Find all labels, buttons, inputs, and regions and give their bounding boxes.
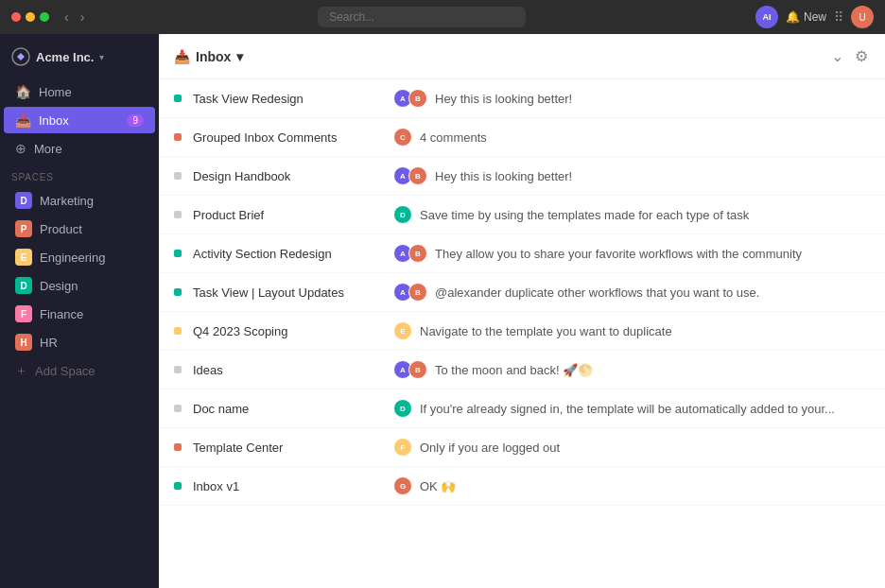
item-indicator	[174, 327, 182, 335]
avatars: E	[393, 321, 412, 340]
space-label: HR	[40, 336, 58, 350]
item-content: G OK 🙌	[393, 476, 870, 495]
filter-button[interactable]: ⌄	[829, 45, 845, 67]
main-header: 📥 Inbox ▾ ⌄ ⚙	[159, 34, 885, 79]
item-title: Ideas	[193, 363, 382, 377]
main-content: 📥 Inbox ▾ ⌄ ⚙ Task View Redesign A B H	[159, 34, 885, 588]
grid-icon[interactable]: ⠿	[834, 9, 843, 25]
item-content: D Save time by using the templates made …	[393, 205, 870, 224]
table-row[interactable]: Product Brief D Save time by using the t…	[159, 196, 885, 234]
back-button[interactable]: ‹	[61, 8, 73, 26]
space-hr[interactable]: H HR	[4, 329, 155, 355]
space-badge-hr: H	[15, 334, 32, 351]
minimize-dot[interactable]	[26, 12, 35, 22]
item-text: Only if you are logged out	[420, 441, 560, 455]
item-text: Hey this is looking better!	[435, 92, 572, 106]
titlebar-right: AI 🔔 New ⠿ U	[755, 6, 874, 28]
inbox-header-label: Inbox	[196, 49, 231, 64]
avatar: B	[408, 360, 427, 379]
space-badge-marketing: D	[15, 192, 32, 209]
forward-button[interactable]: ›	[77, 8, 89, 26]
avatar: B	[408, 89, 427, 108]
item-indicator	[174, 482, 182, 490]
table-row[interactable]: Design Handbook A B Hey this is looking …	[159, 157, 885, 196]
close-dot[interactable]	[11, 12, 21, 22]
avatar: G	[393, 476, 412, 495]
item-text: 4 comments	[420, 130, 487, 145]
space-label: Finance	[40, 307, 83, 321]
inbox-badge: 9	[127, 114, 144, 127]
window-controls	[11, 12, 49, 22]
item-content: A B Hey this is looking better!	[393, 89, 870, 108]
inbox-header-icon: 📥	[174, 49, 190, 64]
nav-arrows: ‹ ›	[61, 8, 88, 26]
sidebar-item-label: Home	[39, 85, 72, 99]
add-space-button[interactable]: ＋ Add Space	[4, 357, 155, 384]
space-finance[interactable]: F Finance	[4, 301, 155, 327]
table-row[interactable]: Template Center F Only if you are logged…	[159, 428, 885, 467]
app-body: Acme Inc. ▾ 🏠 Home 📥 Inbox 9 ⊕ More Spac…	[0, 34, 885, 588]
space-label: Engineering	[40, 251, 105, 265]
space-engineering[interactable]: E Engineering	[4, 244, 155, 270]
item-indicator	[174, 366, 182, 373]
space-marketing[interactable]: D Marketing	[4, 187, 155, 214]
table-row[interactable]: Q4 2023 Scoping E Navigate to the templa…	[159, 312, 885, 351]
table-row[interactable]: Task View Redesign A B Hey this is looki…	[159, 79, 885, 118]
sidebar-item-home[interactable]: 🏠 Home	[4, 78, 155, 105]
item-text: @alexander duplicate other workflows tha…	[435, 285, 759, 300]
item-content: A B To the moon and back! 🚀🌕	[393, 360, 870, 379]
item-title: Doc name	[193, 402, 382, 416]
item-text: They allow you to share your favorite wo…	[435, 247, 802, 261]
item-title: Task View | Layout Updates	[193, 285, 382, 300]
item-content: A B Hey this is looking better!	[393, 166, 870, 185]
space-product[interactable]: P Product	[4, 216, 155, 242]
item-text: Save time by using the templates made fo…	[420, 208, 749, 222]
plus-icon: ＋	[15, 362, 27, 379]
avatar: E	[393, 321, 412, 340]
item-indicator	[174, 133, 182, 141]
home-icon: 🏠	[15, 84, 31, 99]
item-title: Activity Section Redesign	[193, 247, 382, 261]
search-bar	[95, 7, 748, 27]
ai-badge[interactable]: AI	[755, 6, 778, 28]
item-content: F Only if you are logged out	[393, 438, 870, 457]
item-indicator	[174, 211, 182, 218]
titlebar: ‹ › AI 🔔 New ⠿ U	[0, 0, 885, 34]
maximize-dot[interactable]	[40, 12, 49, 22]
item-text: To the moon and back! 🚀🌕	[435, 363, 593, 377]
sidebar-item-inbox[interactable]: 📥 Inbox 9	[4, 107, 155, 133]
item-title: Inbox v1	[193, 479, 382, 493]
space-label: Design	[40, 279, 78, 293]
space-design[interactable]: D Design	[4, 272, 155, 299]
sidebar-item-more[interactable]: ⊕ More	[4, 135, 155, 162]
sidebar: Acme Inc. ▾ 🏠 Home 📥 Inbox 9 ⊕ More Spac…	[0, 34, 159, 588]
avatars: A B	[393, 89, 427, 108]
table-row[interactable]: Activity Section Redesign A B They allow…	[159, 234, 885, 273]
search-input[interactable]	[318, 7, 526, 27]
avatar: D	[393, 205, 412, 224]
space-badge-finance: F	[15, 305, 32, 322]
item-text: Hey this is looking better!	[435, 169, 572, 183]
item-indicator	[174, 288, 182, 296]
space-label: Marketing	[40, 194, 94, 208]
header-actions: ⌄ ⚙	[829, 45, 870, 67]
item-title: Q4 2023 Scoping	[193, 324, 382, 338]
avatars: A B	[393, 244, 427, 263]
table-row[interactable]: Task View | Layout Updates A B @alexande…	[159, 273, 885, 312]
table-row[interactable]: Doc name D If you're already signed in, …	[159, 389, 885, 428]
avatars: F	[393, 438, 412, 457]
table-row[interactable]: Ideas A B To the moon and back! 🚀🌕	[159, 351, 885, 389]
new-button[interactable]: 🔔 New	[786, 10, 826, 24]
settings-button[interactable]: ⚙	[853, 45, 870, 67]
sidebar-item-label: More	[34, 142, 62, 156]
user-avatar[interactable]: U	[851, 6, 874, 28]
table-row[interactable]: Inbox v1 G OK 🙌	[159, 467, 885, 506]
table-row[interactable]: Grouped Inbox Comments C 4 comments	[159, 118, 885, 157]
item-title: Template Center	[193, 441, 382, 455]
item-indicator	[174, 172, 182, 180]
brand-logo[interactable]: Acme Inc. ▾	[0, 42, 159, 78]
avatars: D	[393, 399, 412, 418]
avatars: A B	[393, 283, 427, 302]
inbox-title[interactable]: 📥 Inbox ▾	[174, 49, 243, 64]
spaces-section-label: Spaces	[0, 163, 159, 186]
